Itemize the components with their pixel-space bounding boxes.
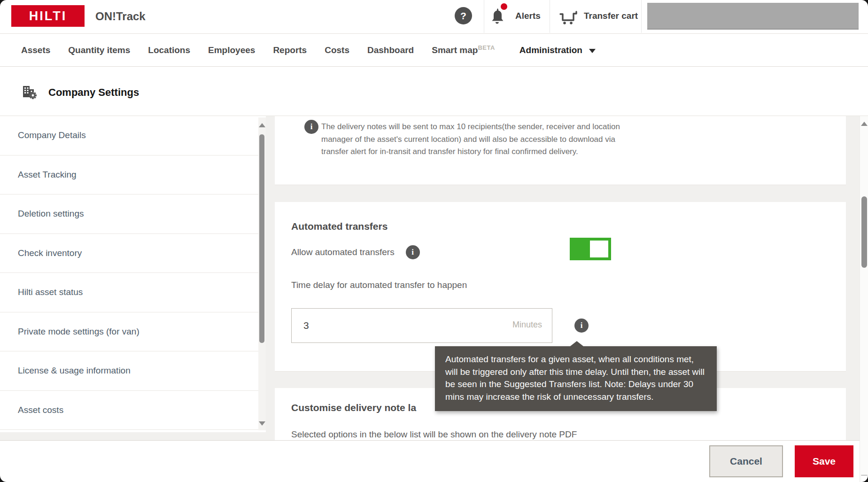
transfer-cart-button[interactable]: Transfer cart <box>584 11 638 21</box>
header-divider <box>641 0 642 33</box>
hilti-logo: HILTI <box>11 5 85 27</box>
alert-badge-dot <box>501 3 507 10</box>
nav-item-locations[interactable]: Locations <box>148 45 190 55</box>
nav-item-quantity-items[interactable]: Quantity items <box>68 45 130 55</box>
corner-artifact <box>861 0 868 7</box>
allow-toggle[interactable] <box>570 238 611 260</box>
hilti-logo-text: HILTI <box>29 8 67 24</box>
page-scrollbar-thumb[interactable] <box>861 196 867 268</box>
time-delay-unit: Minutes <box>512 320 542 330</box>
settings-sidebar: Company Details Asset Tracking Deletion … <box>0 116 266 432</box>
page-title: Company Settings <box>48 86 139 99</box>
automated-transfers-title: Automated transfers <box>291 221 388 232</box>
info-icon[interactable]: i <box>574 319 589 333</box>
save-button[interactable]: Save <box>795 445 853 477</box>
info-icon[interactable]: i <box>406 245 420 259</box>
allow-automated-transfers-row: Allow automated transfers i <box>291 245 420 259</box>
allow-automated-transfers-label: Allow automated transfers <box>291 247 395 257</box>
nav-item-costs[interactable]: Costs <box>325 45 349 55</box>
delivery-note-info-card: i The delivery notes will be sent to max… <box>275 116 846 185</box>
sidebar-item-asset-costs[interactable]: Asset costs <box>0 391 266 430</box>
corner-artifact <box>861 475 868 482</box>
time-delay-input-wrap: Minutes <box>291 308 552 343</box>
scroll-up-arrow-icon[interactable] <box>861 122 868 126</box>
sidebar-scrollbar[interactable] <box>258 117 266 430</box>
corner-artifact <box>0 475 7 482</box>
user-info-redacted-box <box>647 3 859 29</box>
toggle-knob <box>590 241 608 257</box>
nav-item-employees[interactable]: Employees <box>208 45 255 55</box>
header-divider <box>550 0 550 33</box>
nav-item-administration[interactable]: Administration <box>519 45 596 55</box>
sidebar-scrollbar-thumb[interactable] <box>259 134 264 343</box>
app-header: HILTI ON!Track ? Alerts Transfer cart <box>0 0 868 34</box>
sidebar-item-check-inventory[interactable]: Check inventory <box>0 234 266 273</box>
beta-badge: BETA <box>478 44 495 51</box>
time-delay-label: Time delay for automated transfer to hap… <box>291 280 467 290</box>
chevron-down-icon <box>589 49 596 53</box>
delivery-note-info-text: The delivery notes will be sent to max 1… <box>321 121 626 158</box>
corner-artifact <box>0 0 7 7</box>
sidebar-item-company-details[interactable]: Company Details <box>0 116 266 155</box>
nav-item-assets[interactable]: Assets <box>21 45 50 55</box>
cancel-button[interactable]: Cancel <box>709 445 783 477</box>
customise-delivery-note-subtitle: Selected options in the below list will … <box>291 429 577 440</box>
info-icon[interactable]: i <box>304 120 318 134</box>
alerts-button[interactable]: Alerts <box>515 11 541 21</box>
customise-delivery-note-title: Customise delivery note la <box>291 402 416 413</box>
time-delay-tooltip: Automated transfers for a given asset, w… <box>435 346 717 411</box>
tooltip-caret <box>570 341 583 346</box>
help-icon[interactable]: ? <box>455 7 472 24</box>
automated-transfers-card: Automated transfers Allow automated tran… <box>275 202 846 371</box>
company-settings-icon <box>21 84 37 101</box>
nav-item-dashboard[interactable]: Dashboard <box>367 45 414 55</box>
page-title-band: Company Settings <box>0 67 868 116</box>
scroll-down-arrow-icon[interactable] <box>259 421 265 426</box>
action-bar: Cancel Save <box>0 440 868 482</box>
transfer-cart-icon[interactable] <box>559 9 579 26</box>
sidebar-item-license-usage[interactable]: License & usage information <box>0 351 266 391</box>
app-title: ON!Track <box>95 10 146 23</box>
scroll-up-arrow-icon[interactable] <box>259 123 265 127</box>
header-divider <box>484 0 484 33</box>
tooltip-text: Automated transfers for a given asset, w… <box>445 354 705 402</box>
nav-item-reports[interactable]: Reports <box>273 45 307 55</box>
nav-item-smart-map[interactable]: Smart mapBETA <box>432 44 495 55</box>
sidebar-item-deletion-settings[interactable]: Deletion settings <box>0 194 266 234</box>
sidebar-item-private-mode[interactable]: Private mode settings (for van) <box>0 312 266 352</box>
sidebar-item-hilti-asset-status[interactable]: Hilti asset status <box>0 273 266 312</box>
page-scrollbar[interactable] <box>860 116 868 482</box>
main-nav: Assets Quantity items Locations Employee… <box>0 34 868 67</box>
sidebar-item-asset-tracking[interactable]: Asset Tracking <box>0 155 266 195</box>
